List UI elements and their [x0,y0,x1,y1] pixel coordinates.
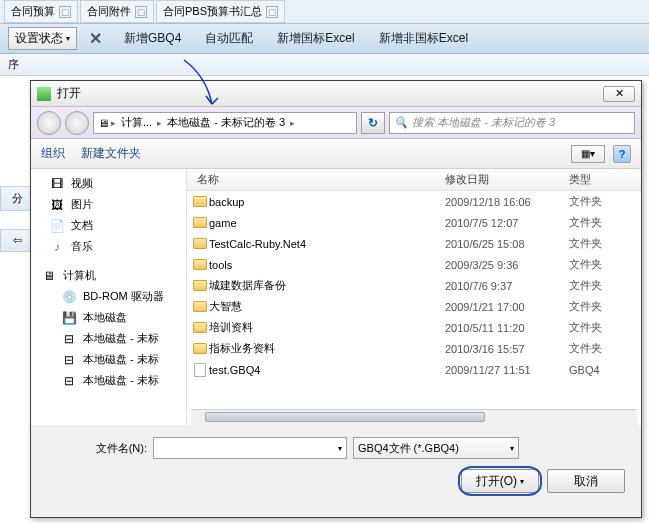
refresh-button[interactable]: ↻ [361,112,385,134]
file-date: 2009/3/25 9:36 [445,259,569,271]
scroll-thumb[interactable] [205,412,485,422]
filter-combo[interactable]: GBQ4文件 (*.GBQ4)▾ [353,437,519,459]
file-date: 2010/5/11 11:20 [445,322,569,334]
tab-budget[interactable]: 合同预算▢ [4,0,78,23]
file-name: TestCalc-Ruby.Net4 [209,238,445,250]
tab-label: 合同PBS预算书汇总 [163,4,262,19]
file-name: 培训资料 [209,320,445,335]
tab-close-icon[interactable]: ▢ [266,6,278,18]
dialog-body: 🎞视频 🖼图片 📄文档 ♪音乐 🖥计算机 💿BD-ROM 驱动器 💾本地磁盘 ⊟… [31,169,641,425]
filename-combo[interactable]: ▾ [153,437,347,459]
cancel-button[interactable]: 取消 [547,469,625,493]
chevron-down-icon: ▾ [66,34,70,43]
filter-text: GBQ4文件 (*.GBQ4) [358,441,459,456]
file-type: GBQ4 [569,364,641,376]
file-row[interactable]: TestCalc-Ruby.Net42010/6/25 15:08文件夹 [187,233,641,254]
file-name: game [209,217,445,229]
file-date: 2010/7/6 9:37 [445,280,569,292]
view-menu[interactable]: ▦▾ [571,145,605,163]
col-name[interactable]: 名称 [187,172,445,187]
folder-icon [191,280,209,291]
file-row[interactable]: test.GBQ42009/11/27 11:51GBQ4 [187,359,641,380]
file-row[interactable]: 大智慧2009/1/21 17:00文件夹 [187,296,641,317]
breadcrumb-pc[interactable]: 计算... [118,115,155,130]
chevron-down-icon: ▾ [510,444,514,453]
seq-header: 序 [8,57,19,72]
file-list: backup2009/12/18 16:06文件夹game2010/7/5 12… [187,191,641,409]
close-button[interactable]: ✕ [603,86,635,102]
folder-icon: 🖥 [98,117,109,129]
new-folder-button[interactable]: 新建文件夹 [81,145,141,162]
file-header: 名称 修改日期 类型 [187,169,641,191]
nav-documents[interactable]: 📄文档 [31,215,186,236]
new-gbq4-button[interactable]: 新增GBQ4 [114,26,191,51]
left-fen[interactable]: 分 [0,186,34,211]
new-nongb-excel-button[interactable]: 新增非国标Excel [369,26,478,51]
state-dropdown[interactable]: 设置状态▾ [8,27,77,50]
file-name: 城建数据库备份 [209,278,445,293]
video-icon: 🎞 [49,177,65,191]
file-row[interactable]: 指标业务资料2010/3/16 15:57文件夹 [187,338,641,359]
nav-video[interactable]: 🎞视频 [31,173,186,194]
left-arrow[interactable]: ⇦ [0,229,34,252]
delete-icon[interactable]: ✕ [81,29,110,48]
grid-header: 序 [0,54,649,76]
breadcrumb-disk[interactable]: 本地磁盘 - 未标记的卷 3 [164,115,288,130]
organize-menu[interactable]: 组织 [41,145,65,162]
nav-disk1[interactable]: 💾本地磁盘 [31,307,186,328]
chevron-right-icon: ▸ [288,118,297,128]
file-type: 文件夹 [569,278,641,293]
music-icon: ♪ [49,240,65,254]
search-icon: 🔍 [394,116,408,129]
dialog-nav: 🖥 ▸ 计算... ▸ 本地磁盘 - 未标记的卷 3 ▸ ↻ 🔍 搜索 本地磁盘… [31,107,641,139]
open-dialog: 打开 ✕ 🖥 ▸ 计算... ▸ 本地磁盘 - 未标记的卷 3 ▸ ↻ 🔍 搜索… [30,80,642,518]
filename-label: 文件名(N): [47,441,147,456]
file-row[interactable]: game2010/7/5 12:07文件夹 [187,212,641,233]
col-date[interactable]: 修改日期 [445,172,569,187]
file-row[interactable]: 培训资料2010/5/11 11:20文件夹 [187,317,641,338]
file-row[interactable]: tools2009/3/25 9:36文件夹 [187,254,641,275]
back-button[interactable] [37,111,61,135]
chevron-right-icon: ▸ [155,118,164,128]
file-date: 2009/11/27 11:51 [445,364,569,376]
file-row[interactable]: backup2009/12/18 16:06文件夹 [187,191,641,212]
breadcrumb[interactable]: 🖥 ▸ 计算... ▸ 本地磁盘 - 未标记的卷 3 ▸ [93,112,357,134]
tab-close-icon[interactable]: ▢ [59,6,71,18]
tab-label: 合同附件 [87,4,131,19]
nav-disk2[interactable]: ⊟本地磁盘 - 未标 [31,328,186,349]
tab-attach[interactable]: 合同附件▢ [80,0,154,23]
dialog-toolbar: 组织 新建文件夹 ▦▾ ? [31,139,641,169]
nav-bdrom[interactable]: 💿BD-ROM 驱动器 [31,286,186,307]
folder-icon [191,238,209,249]
h-scrollbar[interactable] [191,409,637,425]
state-label: 设置状态 [15,30,63,47]
nav-pictures[interactable]: 🖼图片 [31,194,186,215]
folder-icon [191,343,209,354]
folder-icon [191,259,209,270]
file-row[interactable]: 城建数据库备份2010/7/6 9:37文件夹 [187,275,641,296]
search-input[interactable]: 🔍 搜索 本地磁盘 - 未标记的卷 3 [389,112,635,134]
col-type[interactable]: 类型 [569,172,641,187]
file-icon [191,363,209,377]
new-gb-excel-button[interactable]: 新增国标Excel [267,26,364,51]
file-pane: 名称 修改日期 类型 backup2009/12/18 16:06文件夹game… [187,169,641,425]
file-name: tools [209,259,445,271]
app-icon [37,87,51,101]
tab-close-icon[interactable]: ▢ [135,6,147,18]
nav-disk4[interactable]: ⊟本地磁盘 - 未标 [31,370,186,391]
nav-disk3[interactable]: ⊟本地磁盘 - 未标 [31,349,186,370]
drive-icon: 💾 [61,311,77,325]
file-date: 2010/3/16 15:57 [445,343,569,355]
tab-pbs[interactable]: 合同PBS预算书汇总▢ [156,0,285,23]
nav-computer[interactable]: 🖥计算机 [31,265,186,286]
help-button[interactable]: ? [613,145,631,163]
file-name: backup [209,196,445,208]
auto-match-button[interactable]: 自动匹配 [195,26,263,51]
open-button[interactable]: 打开(O) ▾ [461,469,539,493]
forward-button[interactable] [65,111,89,135]
nav-music[interactable]: ♪音乐 [31,236,186,257]
file-type: 文件夹 [569,341,641,356]
computer-icon: 🖥 [41,269,57,283]
file-type: 文件夹 [569,257,641,272]
chevron-down-icon: ▾ [338,444,342,453]
